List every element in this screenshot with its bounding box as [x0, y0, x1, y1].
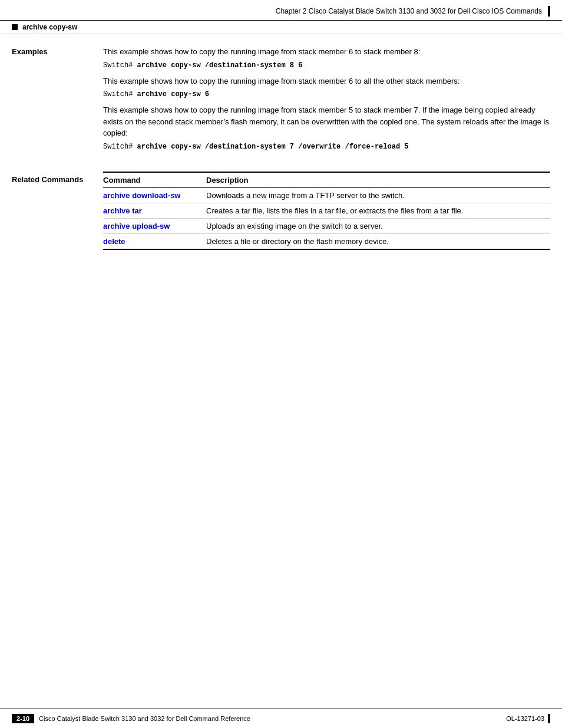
code-example-1: Switch# archive copy-sw /destination-sys… [103, 61, 550, 70]
breadcrumb-text: archive copy-sw [22, 23, 77, 31]
table-row: archive download-swDownloads a new image… [103, 187, 550, 203]
page-number: 2-10 [12, 714, 34, 723]
code-example-3: Switch# archive copy-sw /destination-sys… [103, 143, 550, 151]
footer-right: OL-13271-03 [506, 714, 550, 723]
description-cell: Uploads an existing image on the switch … [206, 218, 550, 233]
description-cell: Deletes a file or directory on the flash… [206, 233, 550, 249]
table-col-command: Command [103, 172, 206, 188]
command-link[interactable]: archive upload-sw [103, 222, 170, 230]
footer-title: Cisco Catalyst Blade Switch 3130 and 303… [39, 715, 250, 722]
command-cell[interactable]: archive tar [103, 203, 206, 218]
description-cell: Creates a tar file, lists the files in a… [206, 203, 550, 218]
example-paragraph-1: This example shows how to copy the runni… [103, 46, 550, 58]
header-right-border [548, 6, 550, 17]
description-cell: Downloads a new image from a TFTP server… [206, 187, 550, 203]
example-paragraph-2: This example shows how to copy the runni… [103, 75, 550, 87]
subheader-icon [12, 24, 18, 30]
table-header-row: Command Description [103, 172, 550, 188]
related-commands-label: Related Commands [12, 172, 103, 250]
command-cell[interactable]: archive download-sw [103, 187, 206, 203]
command-link[interactable]: archive download-sw [103, 191, 180, 200]
table-row: archive upload-swUploads an existing ima… [103, 218, 550, 233]
related-table-container: Command Description archive download-swD… [103, 172, 550, 250]
command-cell[interactable]: archive upload-sw [103, 218, 206, 233]
subheader: archive copy-sw [0, 21, 562, 34]
related-table-wrapper: Related Commands Command Description arc… [12, 172, 550, 250]
table-col-description: Description [206, 172, 550, 188]
code-example-2: Switch# archive copy-sw 6 [103, 90, 550, 98]
examples-body: This example shows how to copy the runni… [103, 46, 550, 157]
examples-section: Examples This example shows how to copy … [0, 34, 562, 166]
example-paragraph-3: This example shows how to copy the runni… [103, 104, 550, 139]
related-commands-section: Related Commands Command Description arc… [0, 166, 562, 262]
page-footer: 2-10 Cisco Catalyst Blade Switch 3130 an… [0, 709, 562, 728]
examples-label: Examples [12, 46, 103, 157]
command-cell[interactable]: delete [103, 233, 206, 249]
table-row: deleteDeletes a file or directory on the… [103, 233, 550, 249]
table-row: archive tarCreates a tar file, lists the… [103, 203, 550, 218]
doc-number: OL-13271-03 [506, 715, 544, 722]
command-link[interactable]: delete [103, 237, 125, 246]
header-chapter-text: Chapter 2 Cisco Catalyst Blade Switch 31… [276, 7, 542, 15]
page-header: Chapter 2 Cisco Catalyst Blade Switch 31… [0, 0, 562, 21]
related-commands-table: Command Description archive download-swD… [103, 172, 550, 250]
footer-left: 2-10 Cisco Catalyst Blade Switch 3130 an… [12, 714, 250, 723]
command-link[interactable]: archive tar [103, 206, 142, 215]
footer-right-border [548, 714, 550, 723]
